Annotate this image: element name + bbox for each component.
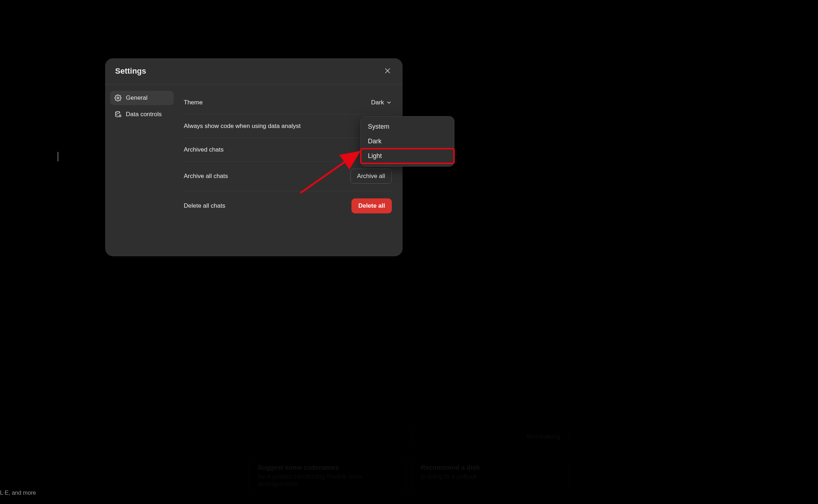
suggestion-card: Recommend a dish to bring to a potluck	[412, 456, 569, 495]
row-label: Delete all chats	[184, 202, 225, 209]
row-theme: Theme Dark	[184, 91, 392, 114]
database-icon	[114, 111, 122, 118]
suggestion-title: Recommend a dish	[421, 464, 560, 471]
svg-point-3	[115, 112, 120, 113]
modal-header: Settings	[105, 58, 403, 84]
row-label: Archived chats	[184, 146, 224, 153]
sidebar-item-general[interactable]: General	[110, 91, 174, 105]
delete-all-button[interactable]: Delete all	[351, 198, 392, 213]
suggestion-card: Suggest some codenames for a project int…	[249, 456, 406, 495]
bg-partial-text: tion-making	[421, 433, 560, 440]
background-suggestions: tion-making Suggest some codenames for a…	[0, 424, 818, 504]
settings-sidebar: General Data controls	[105, 84, 179, 256]
text-cursor	[57, 152, 59, 161]
theme-option-system[interactable]: System	[361, 119, 454, 134]
theme-option-light[interactable]: Light	[361, 149, 454, 163]
sidebar-item-data-controls[interactable]: Data controls	[110, 107, 174, 122]
row-label: Archive all chats	[184, 173, 228, 180]
theme-select-value: Dark	[371, 99, 384, 106]
suggestion-subtitle: for a project introducing flexible work …	[258, 473, 397, 488]
theme-dropdown: System Dark Light	[360, 116, 454, 167]
settings-content: Theme Dark Always show code when using d…	[179, 84, 403, 256]
gear-icon	[114, 94, 122, 102]
chevron-down-icon	[386, 100, 392, 105]
svg-point-2	[117, 97, 119, 99]
theme-option-dark[interactable]: Dark	[361, 134, 454, 149]
row-delete-all: Delete all chats Delete all	[184, 191, 392, 221]
theme-select[interactable]: Dark	[371, 99, 392, 106]
archive-all-button[interactable]: Archive all	[350, 169, 392, 184]
sidebar-item-label: Data controls	[126, 111, 162, 118]
row-label: Theme	[184, 99, 203, 106]
modal-title: Settings	[115, 66, 146, 76]
close-icon	[384, 67, 391, 75]
close-button[interactable]	[383, 66, 393, 76]
row-archive-all: Archive all chats Archive all	[184, 162, 392, 191]
row-label: Always show code when using data analyst	[184, 123, 301, 130]
suggestion-subtitle: to bring to a potluck	[421, 473, 560, 480]
settings-modal: Settings General	[105, 58, 403, 256]
sidebar-item-label: General	[126, 94, 147, 102]
background-hint-text: L·E, and more	[0, 490, 36, 496]
suggestion-title: Suggest some codenames	[258, 464, 397, 471]
svg-point-4	[119, 115, 121, 117]
